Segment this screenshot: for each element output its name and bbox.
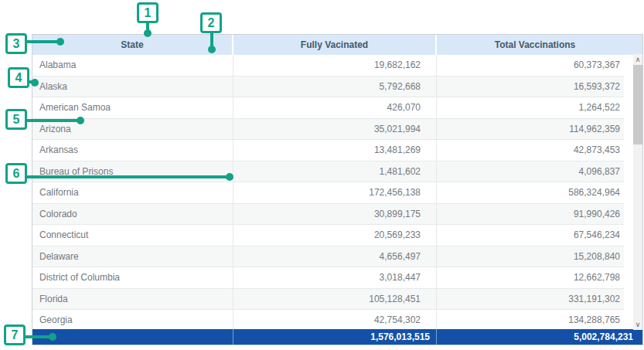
- state-cell: American Samoa: [32, 97, 233, 118]
- callout-7-dot: [49, 333, 56, 341]
- callout-1-dot: [144, 29, 152, 37]
- callout-5-box: 5: [5, 109, 27, 130]
- fully-vaccinated-cell: 5,792,668: [233, 76, 437, 97]
- fully-vaccinated-cell: 20,569,233: [233, 225, 437, 246]
- callout-5-dot: [77, 117, 84, 124]
- callout-4-box: 4: [8, 67, 29, 88]
- state-cell: Alabama: [32, 55, 233, 76]
- callout-3-dot: [56, 38, 64, 46]
- callout-7-connector: [24, 335, 50, 338]
- callout-3-connector: [26, 40, 58, 43]
- state-cell: Georgia: [32, 310, 233, 329]
- total-vaccinations-cell: 16,593,372: [437, 76, 624, 97]
- fully-vaccinated-cell: 35,021,994: [233, 119, 437, 140]
- total-vaccinations-cell: 331,191,302: [437, 289, 624, 310]
- table-row: Delaware 4,656,497 15,208,840: [32, 246, 624, 268]
- table-summary-row: 1,576,013,515 5,002,784,231: [32, 329, 642, 345]
- state-cell: Colorado: [32, 204, 233, 225]
- scroll-down-icon: ∨: [635, 321, 641, 328]
- table-row: District of Columbia 3,018,447 12,662,79…: [32, 267, 624, 289]
- state-cell: Connecticut: [32, 225, 233, 246]
- column-header-total-vaccinations[interactable]: Total Vaccinations: [437, 35, 642, 55]
- state-cell: Arkansas: [32, 140, 233, 161]
- scrollbar-track[interactable]: ∧ ∨: [633, 54, 642, 330]
- table-row: California 172,456,138 586,324,964: [32, 182, 624, 204]
- callout-5-connector: [26, 119, 78, 122]
- table-row: Arkansas 13,481,269 42,873,453: [32, 140, 624, 161]
- scrollbar-thumb[interactable]: [633, 65, 642, 144]
- table-body: Alabama 19,682,162 60,373,367 Alaska 5,7…: [32, 55, 642, 329]
- table-header-row: State Fully Vacinated Total Vaccinations: [32, 35, 642, 55]
- callout-2-dot: [208, 46, 216, 53]
- scroll-down-button[interactable]: ∨: [633, 319, 642, 330]
- fully-vaccinated-cell: 105,128,451: [233, 289, 437, 310]
- summary-fully-vaccinated-total: 1,576,013,515: [233, 329, 437, 345]
- fully-vaccinated-cell: 3,018,447: [233, 267, 437, 288]
- table-widget: State Fully Vacinated Total Vaccinations…: [32, 34, 643, 345]
- table-row: Alabama 19,682,162 60,373,367: [32, 55, 624, 76]
- fully-vaccinated-cell: 1,481,602: [233, 161, 437, 182]
- total-vaccinations-cell: 67,546,234: [437, 225, 624, 246]
- callout-2-box: 2: [200, 12, 222, 33]
- table-row: Georgia 42,754,302 134,288,765: [32, 310, 624, 329]
- total-vaccinations-cell: 12,662,798: [437, 267, 624, 288]
- table-row: Florida 105,128,451 331,191,302: [32, 289, 624, 311]
- fully-vaccinated-cell: 13,481,269: [233, 140, 437, 161]
- total-vaccinations-cell: 15,208,840: [437, 246, 624, 267]
- fully-vaccinated-cell: 172,456,138: [233, 182, 437, 203]
- fully-vaccinated-cell: 4,656,497: [233, 246, 437, 267]
- state-cell: Delaware: [32, 246, 233, 267]
- fully-vaccinated-cell: 42,754,302: [233, 310, 437, 329]
- summary-state-cell: [32, 329, 233, 345]
- table-row: Colorado 30,899,175 91,990,426: [32, 204, 624, 226]
- callout-1-box: 1: [137, 2, 158, 23]
- table-row: Connecticut 20,569,233 67,546,234: [32, 225, 624, 246]
- fully-vaccinated-cell: 426,070: [233, 97, 437, 118]
- column-header-fully-vaccinated[interactable]: Fully Vacinated: [233, 35, 437, 55]
- total-vaccinations-cell: 586,324,964: [437, 182, 624, 203]
- state-cell: District of Columbia: [32, 267, 233, 288]
- total-vaccinations-cell: 114,962,359: [437, 119, 624, 140]
- state-cell: Alaska: [32, 76, 233, 97]
- callout-4-dot: [31, 79, 39, 87]
- total-vaccinations-cell: 42,873,453: [437, 140, 624, 161]
- table-row: Arizona 35,021,994 114,962,359: [32, 119, 624, 141]
- total-vaccinations-cell: 4,096,837: [437, 161, 624, 182]
- scroll-up-icon: ∧: [635, 56, 641, 63]
- total-vaccinations-cell: 60,373,367: [437, 55, 624, 76]
- callout-2-connector: [210, 32, 213, 47]
- callout-7-box: 7: [4, 325, 26, 345]
- total-vaccinations-cell: 134,288,765: [437, 310, 624, 329]
- annotated-table-screenshot: State Fully Vacinated Total Vaccinations…: [0, 0, 644, 350]
- total-vaccinations-cell: 1,264,522: [437, 97, 624, 118]
- table-row: Bureau of Prisons 1,481,602 4,096,837: [32, 161, 624, 183]
- callout-6-dot: [226, 173, 233, 181]
- callout-3-box: 3: [5, 33, 27, 54]
- total-vaccinations-cell: 91,990,426: [437, 204, 624, 225]
- state-cell: Bureau of Prisons: [32, 161, 233, 182]
- summary-total-vaccinations-total: 5,002,784,231: [437, 329, 642, 345]
- callout-6-box: 6: [5, 163, 27, 184]
- fully-vaccinated-cell: 19,682,162: [233, 55, 437, 76]
- callout-6-connector: [26, 175, 227, 178]
- state-cell: California: [32, 182, 233, 203]
- table-row: Alaska 5,792,668 16,593,372: [32, 76, 624, 98]
- table-row: American Samoa 426,070 1,264,522: [32, 97, 624, 119]
- fully-vaccinated-cell: 30,899,175: [233, 204, 437, 225]
- scroll-up-button[interactable]: ∧: [633, 54, 642, 65]
- state-cell: Florida: [32, 289, 233, 310]
